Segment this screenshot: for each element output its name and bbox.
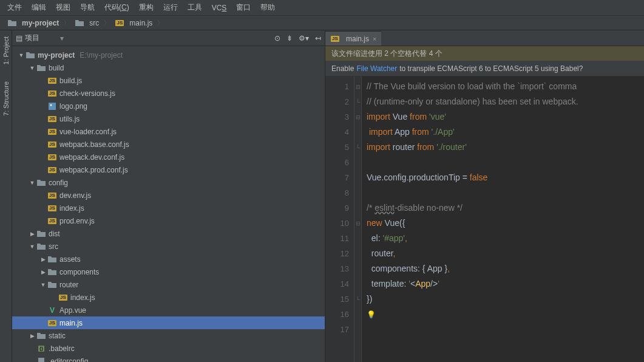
settings-icon[interactable]: ⚙▾ [299,34,309,43]
code-line[interactable]: // (runtime-only or standalone) has been… [367,94,639,109]
fold-marker[interactable]: ⊟ [354,109,361,125]
tree-arrow-icon[interactable]: ▼ [17,52,25,58]
tree-node[interactable]: JSmain.js [12,316,325,329]
fold-marker [354,276,361,292]
tree-node[interactable]: JSindex.js [12,291,325,304]
tree-node[interactable]: ▼config [12,176,325,189]
tree-node[interactable]: JSwebpack.base.conf.js [12,138,325,151]
tree-node-label: vue-loader.conf.js [59,128,117,136]
tool-window-button[interactable]: 1: Project [2,34,10,67]
file-watcher-link[interactable]: File Watcher [356,64,397,73]
menu-item[interactable]: 工具 [184,1,206,15]
code-line[interactable]: el: '#app', [367,231,639,246]
tree-node[interactable]: JSwebpack.dev.conf.js [12,151,325,163]
code-line[interactable]: }) [367,292,639,307]
locate-icon[interactable]: ⊙ [274,34,280,43]
fold-marker[interactable]: └ [354,94,361,109]
tree-arrow-icon[interactable]: ▶ [28,333,36,339]
code-text[interactable]: // The Vue build version to load with th… [362,77,644,362]
tool-window-button[interactable]: 7: Structure [2,79,10,118]
tree-node[interactable]: ▶assets [12,253,325,265]
fold-marker[interactable]: ⊟ [354,79,361,94]
code-line[interactable]: new Vue({ [367,216,639,231]
tree-node[interactable]: ▶static [12,329,325,342]
fold-marker[interactable]: └ [354,140,361,155]
collapse-icon[interactable]: ⇟ [286,34,293,43]
tree-node[interactable]: ▶components [12,265,325,278]
breadcrumb-bar: my-project〉src〉JSmain.js〉 [0,16,644,30]
tree-node[interactable]: JSvue-loader.conf.js [12,125,325,138]
tree-node-label: main.js [59,319,83,327]
folder-icon [36,64,46,72]
fold-marker[interactable]: └ [354,292,361,307]
tree-node[interactable]: JSdev.env.js [12,189,325,202]
tree-node[interactable]: JSindex.js [12,202,325,214]
js-file-icon: JS [47,319,57,327]
menu-item[interactable]: 代码(C) [101,1,133,15]
tree-node[interactable]: JSprod.env.js [12,214,325,227]
tab-main-js[interactable]: JS main.js × [325,31,381,46]
tree-node[interactable]: {}.babelrc [12,342,325,355]
tree-node[interactable]: ▼src [12,240,325,253]
breadcrumb-item[interactable]: my-project [5,18,61,29]
code-line[interactable]: /* eslint-disable no-new */ [367,200,639,216]
tree-node[interactable]: JSbuild.js [12,74,325,87]
project-panel-dropdown-icon[interactable]: ▾ [60,34,64,43]
vue-file-icon: V [47,306,57,315]
tree-node[interactable]: ▼router [12,278,325,291]
fold-marker [354,261,361,276]
code-line[interactable]: import Vue from 'vue' [367,109,639,125]
tree-node[interactable]: VApp.vue [12,304,325,316]
tree-node[interactable]: ▶dist [12,227,325,240]
tree-node[interactable]: ▼build [12,61,325,74]
menu-item[interactable]: 重构 [135,1,157,15]
code-line[interactable] [367,323,639,338]
breadcrumb-item[interactable]: JSmain.js [112,18,155,29]
tree-node[interactable]: ▼my-projectE:\my-project [12,49,325,61]
code-area[interactable]: 1234567891011121314151617 ⊟└⊟└⊟└ // The … [325,77,644,362]
close-tab-icon[interactable]: × [373,35,376,43]
code-line[interactable]: template: '<App/>' [367,276,639,292]
tree-node[interactable]: JSwebpack.prod.conf.js [12,163,325,176]
tree-arrow-icon[interactable]: ▼ [39,282,47,288]
tree-node[interactable]: logo.png [12,100,325,112]
banner-prefix: Enable [331,64,354,73]
code-line[interactable]: router, [367,246,639,261]
menu-item[interactable]: 帮助 [257,1,279,15]
tree-node[interactable]: JSutils.js [12,112,325,125]
tree-node-label: .babelrc [49,344,75,353]
tree-arrow-icon[interactable]: ▼ [28,244,36,250]
tree-node[interactable]: JScheck-versions.js [12,87,325,100]
menu-item[interactable]: 编辑 [28,1,50,15]
code-line[interactable]: components: { App }, [367,261,639,276]
intention-bulb-icon[interactable]: 💡 [367,310,376,319]
menu-item[interactable]: 运行 [160,1,181,15]
line-number: 11 [325,231,349,246]
line-number: 10 [325,216,349,231]
tree-node[interactable]: .editorconfig [12,355,325,362]
tree-arrow-icon[interactable]: ▶ [39,256,47,262]
code-line[interactable]: import router from './router' [367,140,639,155]
code-line[interactable] [367,155,639,170]
fold-marker[interactable]: ⊟ [354,216,361,231]
tree-arrow-icon[interactable]: ▶ [39,269,47,275]
tree-arrow-icon[interactable]: ▼ [28,180,36,186]
project-panel: ▤ 项目 ▾ ⊙ ⇟ ⚙▾ ↤ ▼my-projectE:\my-project… [12,30,325,362]
project-panel-header: ▤ 项目 ▾ ⊙ ⇟ ⚙▾ ↤ [12,30,325,46]
breadcrumb-item[interactable]: src [72,18,101,29]
menu-item[interactable]: 导航 [76,1,98,15]
tree-node-label: utils.js [59,115,80,123]
tree-arrow-icon[interactable]: ▼ [28,65,36,71]
menu-item[interactable]: 视图 [52,1,74,15]
code-line[interactable]: 💡 [367,307,639,323]
menu-item[interactable]: VCS [208,2,231,14]
code-line[interactable]: Vue.config.productionTip = false [367,170,639,185]
hide-icon[interactable]: ↤ [315,34,321,43]
menu-item[interactable]: 文件 [4,1,25,15]
menu-item[interactable]: 窗口 [232,1,254,15]
code-line[interactable]: import App from './App' [367,125,639,140]
tree-arrow-icon[interactable]: ▶ [28,231,36,237]
code-line[interactable] [367,185,639,200]
code-line[interactable]: // The Vue build version to load with th… [367,79,639,94]
tree-node-label: assets [59,255,81,264]
